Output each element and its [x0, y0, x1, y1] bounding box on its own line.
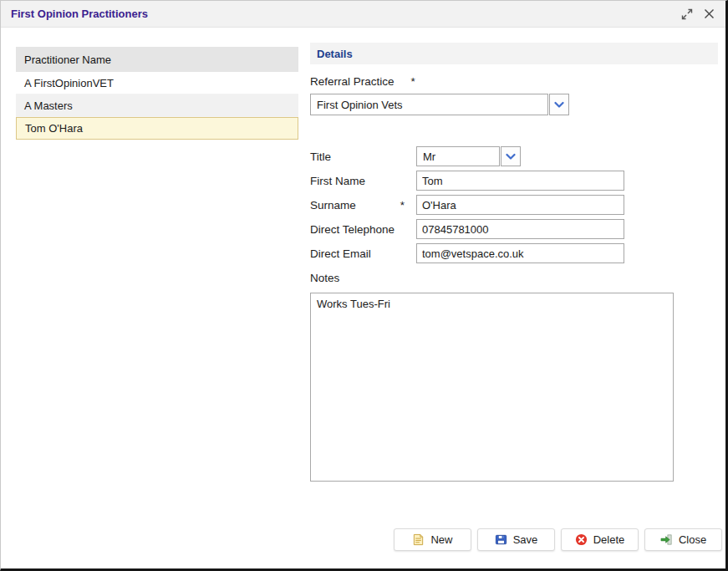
- save-button-label: Save: [513, 533, 538, 546]
- title-field-row: Title Mr: [310, 146, 628, 166]
- practitioner-list-header: Practitioner Name: [16, 47, 298, 72]
- title-value[interactable]: Mr: [416, 146, 500, 166]
- new-button-label: New: [430, 533, 452, 546]
- direct-email-label: Direct Email: [310, 247, 416, 260]
- chevron-down-icon: [556, 103, 563, 107]
- first-name-input[interactable]: [416, 171, 624, 191]
- referral-practice-dropdown-button[interactable]: [549, 94, 569, 115]
- chevron-down-icon: [507, 155, 515, 159]
- surname-field-row: Surname *: [310, 195, 628, 215]
- direct-email-input[interactable]: [416, 243, 624, 263]
- close-button[interactable]: Close: [644, 528, 722, 551]
- referral-practice-label: Referral Practice: [310, 75, 395, 88]
- direct-telephone-label: Direct Telephone: [310, 223, 416, 236]
- save-disk-icon: [495, 533, 507, 546]
- titlebar-icons: [680, 8, 715, 20]
- surname-label: Surname *: [310, 199, 416, 212]
- dialog-title: First Opinion Practitioners: [11, 8, 148, 20]
- close-button-label: Close: [679, 533, 706, 546]
- list-item-selected[interactable]: Tom O'Hara: [16, 117, 298, 140]
- practitioner-list: Practitioner Name A FirstOpinionVET A Ma…: [16, 47, 298, 140]
- direct-telephone-field-row: Direct Telephone: [310, 219, 628, 239]
- maximize-icon[interactable]: [680, 8, 693, 20]
- title-combobox: Mr: [416, 146, 521, 166]
- required-marker: *: [400, 199, 405, 212]
- referral-practice-value[interactable]: First Opinion Vets: [310, 94, 548, 115]
- action-button-bar: New Save Delete Close: [394, 528, 722, 551]
- dialog-titlebar: First Opinion Practitioners: [1, 1, 725, 28]
- surname-input[interactable]: [416, 195, 624, 215]
- first-name-field-row: First Name: [310, 171, 628, 191]
- delete-button[interactable]: Delete: [561, 528, 639, 551]
- new-button[interactable]: New: [394, 528, 471, 551]
- close-icon[interactable]: [703, 8, 715, 20]
- details-title: Details: [317, 48, 353, 60]
- new-document-icon: [412, 533, 425, 546]
- notes-textarea[interactable]: Works Tues-Fri: [310, 293, 674, 482]
- notes-label: Notes: [310, 272, 339, 284]
- delete-icon: [575, 533, 588, 546]
- referral-practice-combobox: First Opinion Vets: [310, 94, 569, 115]
- first-opinion-practitioners-dialog: First Opinion Practitioners Practitioner…: [0, 0, 728, 571]
- direct-email-field-row: Direct Email: [310, 243, 628, 263]
- direct-telephone-input[interactable]: [416, 219, 624, 239]
- referral-practice-label-row: Referral Practice *: [310, 75, 415, 88]
- details-form: Title Mr First Name Surname *: [310, 146, 628, 288]
- close-arrow-icon: [660, 533, 673, 546]
- list-item[interactable]: A Masters: [16, 94, 298, 117]
- required-marker: *: [411, 75, 415, 88]
- delete-button-label: Delete: [593, 533, 625, 546]
- save-button[interactable]: Save: [477, 528, 555, 551]
- first-name-label: First Name: [310, 175, 416, 187]
- title-dropdown-button[interactable]: [501, 146, 521, 166]
- list-item[interactable]: A FirstOpinionVET: [16, 72, 298, 94]
- title-label: Title: [310, 150, 416, 163]
- notes-label-row: Notes: [310, 268, 628, 288]
- details-section-header: Details: [310, 43, 718, 64]
